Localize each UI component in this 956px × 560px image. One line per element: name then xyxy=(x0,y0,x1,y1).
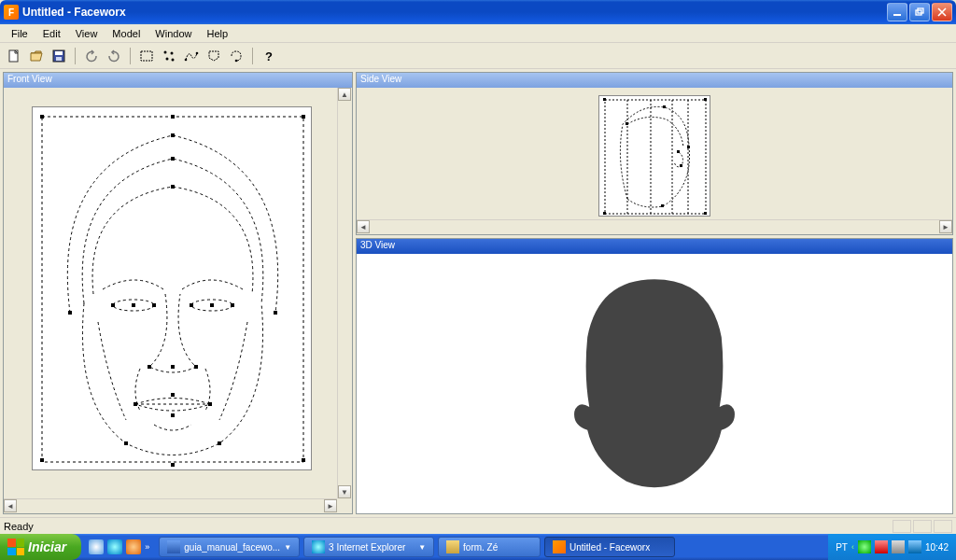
svg-rect-58 xyxy=(680,164,682,167)
toolbar-separator xyxy=(130,48,131,64)
tool-curve-icon[interactable] xyxy=(181,46,202,66)
task-item[interactable]: 3 Internet Explorer ▼ xyxy=(303,537,434,557)
svg-rect-50 xyxy=(603,98,606,101)
undo-icon[interactable] xyxy=(81,46,102,66)
chevron-down-icon: ▼ xyxy=(284,543,291,552)
restore-button[interactable] xyxy=(909,3,930,21)
task-item[interactable]: form. Zé xyxy=(438,537,541,557)
task-label: guia_manual_facewo... xyxy=(184,542,280,553)
app-icon: F xyxy=(4,5,19,20)
menu-edit[interactable]: Edit xyxy=(35,26,68,41)
svg-text:?: ? xyxy=(265,49,273,63)
front-view-canvas[interactable] xyxy=(32,106,312,470)
show-desktop-icon[interactable] xyxy=(89,539,104,554)
svg-rect-52 xyxy=(603,212,606,215)
menu-view[interactable]: View xyxy=(68,26,105,41)
scrollbar-vertical[interactable]: ▲ ▼ xyxy=(337,88,352,498)
task-item[interactable]: guia_manual_facewo... ▼ xyxy=(159,537,300,557)
svg-rect-19 xyxy=(40,115,44,119)
svg-rect-31 xyxy=(111,303,115,307)
svg-rect-25 xyxy=(274,311,277,315)
toolbar: ? xyxy=(0,43,956,69)
start-label: Iniciar xyxy=(28,539,66,554)
antivirus-icon[interactable] xyxy=(875,540,888,553)
menu-file[interactable]: File xyxy=(4,26,35,41)
menu-window[interactable]: Window xyxy=(148,26,199,41)
side-view-canvas[interactable] xyxy=(598,95,710,217)
threed-view-panel: 3D View xyxy=(356,238,953,514)
scroll-left-icon[interactable]: ◄ xyxy=(357,220,370,233)
svg-rect-27 xyxy=(171,157,175,161)
titlebar: F Untitled - Faceworx xyxy=(0,0,956,24)
task-label: Untitled - Faceworx xyxy=(569,542,650,553)
side-view-body[interactable]: ◄ ► xyxy=(357,88,952,234)
front-view-title: Front View xyxy=(4,73,352,88)
svg-rect-54 xyxy=(626,122,628,125)
svg-rect-35 xyxy=(134,402,137,406)
new-file-icon[interactable] xyxy=(4,46,24,66)
tray-chevron-icon[interactable]: ‹ xyxy=(851,542,854,552)
system-tray: PT ‹ 10:42 xyxy=(828,534,956,560)
scroll-down-icon[interactable]: ▼ xyxy=(338,485,351,498)
close-button[interactable] xyxy=(932,3,952,21)
scroll-up-icon[interactable]: ▲ xyxy=(338,88,351,101)
threed-view-title: 3D View xyxy=(357,239,952,254)
redo-icon[interactable] xyxy=(104,46,124,66)
firefox-icon[interactable] xyxy=(126,539,141,554)
scroll-right-icon[interactable]: ► xyxy=(324,499,337,512)
task-label: 3 Internet Explorer xyxy=(329,542,405,553)
svg-rect-55 xyxy=(663,105,666,108)
quick-launch-expand-icon[interactable]: » xyxy=(145,542,149,552)
svg-rect-22 xyxy=(40,458,44,462)
front-view-panel: Front View xyxy=(3,72,353,514)
svg-rect-32 xyxy=(152,303,156,307)
svg-rect-6 xyxy=(56,57,62,61)
language-indicator[interactable]: PT xyxy=(836,542,848,553)
taskbar: Iniciar » guia_manual_facewo... ▼ 3 Inte… xyxy=(0,534,956,560)
scroll-right-icon[interactable]: ► xyxy=(939,220,952,233)
tool-lasso2-icon[interactable] xyxy=(226,46,246,66)
menu-model[interactable]: Model xyxy=(105,26,148,41)
chevron-down-icon: ▼ xyxy=(418,543,426,552)
tool-lasso-icon[interactable] xyxy=(204,46,224,66)
menubar: File Edit View Model Window Help xyxy=(0,24,956,43)
help-icon[interactable]: ? xyxy=(259,46,279,66)
side-view-title: Side View xyxy=(357,73,952,88)
svg-point-10 xyxy=(166,57,169,60)
svg-rect-7 xyxy=(141,51,152,61)
status-pane xyxy=(934,520,952,533)
tool-rect-icon[interactable] xyxy=(136,46,157,66)
ie-icon[interactable] xyxy=(107,539,122,554)
svg-rect-51 xyxy=(704,98,707,101)
front-view-body[interactable]: ▲ ▼ ◄ ► xyxy=(4,88,352,513)
clock[interactable]: 10:42 xyxy=(925,542,949,553)
folder-icon xyxy=(446,540,459,553)
scroll-left-icon[interactable]: ◄ xyxy=(4,499,17,512)
svg-point-13 xyxy=(196,51,199,54)
svg-point-9 xyxy=(171,51,174,54)
safely-remove-icon[interactable] xyxy=(908,540,921,553)
open-file-icon[interactable] xyxy=(26,46,47,66)
svg-rect-37 xyxy=(171,393,175,397)
task-item[interactable]: Untitled - Faceworx xyxy=(544,537,675,557)
scrollbar-horizontal[interactable]: ◄ ► xyxy=(4,498,337,513)
statusbar: Ready xyxy=(0,517,956,534)
toolbar-separator xyxy=(252,48,253,64)
start-button[interactable]: Iniciar xyxy=(0,534,81,560)
scrollbar-horizontal[interactable]: ◄ ► xyxy=(357,219,952,234)
threed-view-body[interactable] xyxy=(357,254,952,513)
word-icon xyxy=(167,540,180,553)
save-file-icon[interactable] xyxy=(49,46,69,66)
svg-rect-56 xyxy=(687,146,690,148)
network-icon[interactable] xyxy=(858,540,871,553)
menu-help[interactable]: Help xyxy=(199,26,235,41)
svg-rect-41 xyxy=(194,365,198,369)
svg-rect-43 xyxy=(218,441,221,445)
svg-rect-26 xyxy=(171,133,175,137)
svg-rect-44 xyxy=(171,463,175,467)
side-view-panel: Side View xyxy=(356,72,953,235)
volume-icon[interactable] xyxy=(892,540,905,553)
svg-rect-59 xyxy=(661,204,664,207)
minimize-button[interactable] xyxy=(887,3,907,21)
tool-points-icon[interactable] xyxy=(159,46,179,66)
